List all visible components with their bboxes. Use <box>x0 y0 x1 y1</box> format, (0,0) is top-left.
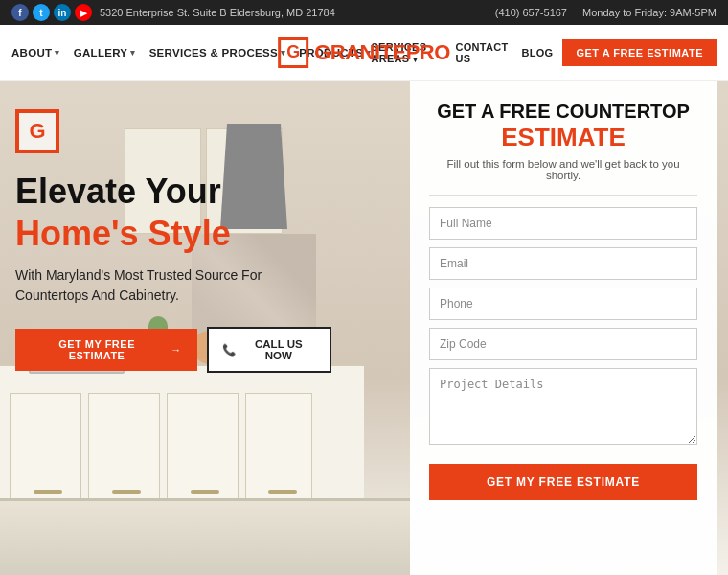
nav-about[interactable]: ABOUT ▾ <box>11 47 60 58</box>
hero-estimate-button[interactable]: GET MY FREE ESTIMATE → <box>15 329 197 371</box>
nav-gallery[interactable]: GALLERY ▾ <box>74 47 136 58</box>
twitter-icon[interactable]: t <box>33 4 50 21</box>
cabinet-handle-1 <box>34 490 62 494</box>
facebook-icon[interactable]: f <box>11 4 29 21</box>
full-name-input[interactable] <box>429 207 697 240</box>
hero-title-line1: Elevate Your <box>15 172 331 211</box>
phone-input[interactable] <box>429 288 697 320</box>
chevron-down-icon: ▾ <box>55 48 59 58</box>
form-title: GET A FREE COUNTERTOP <box>429 100 697 123</box>
form-group-details <box>429 368 697 448</box>
hero-call-button[interactable]: 📞 CALL US NOW <box>207 327 331 373</box>
topbar: f t in ▶ 5320 Enterprise St. Suite B Eld… <box>0 0 728 25</box>
logo-text: GRANITEPRO <box>314 40 450 65</box>
cabinet-handle-2 <box>112 490 141 494</box>
social-icons: f t in ▶ <box>11 4 92 21</box>
form-group-phone <box>429 288 697 320</box>
get-estimate-button[interactable]: GET A FREE ESTIMATE <box>562 39 717 66</box>
form-submit-button[interactable]: GET MY FREE ESTIMATE <box>429 464 697 500</box>
hero-buttons: GET MY FREE ESTIMATE → 📞 CALL US NOW <box>15 327 331 373</box>
nav-contact[interactable]: CONTACT US <box>455 41 508 64</box>
topbar-hours: Monday to Friday: 9AM-5PM <box>582 7 717 18</box>
phone-icon: 📞 <box>222 343 236 356</box>
cabinet-handle-3 <box>191 490 219 494</box>
topbar-left: f t in ▶ 5320 Enterprise St. Suite B Eld… <box>11 4 335 21</box>
navbar: ABOUT ▾ GALLERY ▾ SERVICES & PROCESS ▾ P… <box>0 25 728 80</box>
form-group-email <box>429 247 697 280</box>
hero-subtitle: With Maryland's Most Trusted Source For … <box>15 265 284 306</box>
logo[interactable]: G GRANITEPRO <box>278 37 450 68</box>
hero-logo-mark: G <box>15 109 59 153</box>
form-subtitle: Fill out this form below and we'll get b… <box>429 158 697 181</box>
estimate-form-panel: GET A FREE COUNTERTOP ESTIMATE Fill out … <box>410 80 717 575</box>
linkedin-icon[interactable]: in <box>54 4 71 21</box>
topbar-right: (410) 657-5167 Monday to Friday: 9AM-5PM <box>495 7 717 18</box>
form-divider <box>429 195 697 196</box>
email-input[interactable] <box>429 247 697 280</box>
form-group-zip <box>429 328 697 360</box>
project-details-textarea[interactable] <box>429 368 697 445</box>
arrow-icon: → <box>171 344 182 356</box>
cabinet-handle-4 <box>268 490 297 494</box>
hero-section: G Elevate Your Home's Style With Marylan… <box>0 80 728 575</box>
youtube-icon[interactable]: ▶ <box>75 4 92 21</box>
topbar-address: 5320 Enterprise St. Suite B Eldersburg, … <box>100 7 335 18</box>
chevron-down-icon: ▾ <box>130 48 135 58</box>
hero-content: G Elevate Your Home's Style With Marylan… <box>15 109 331 373</box>
zip-input[interactable] <box>429 328 697 360</box>
nav-services[interactable]: SERVICES & PROCESS ▾ <box>149 47 286 58</box>
topbar-phone: (410) 657-5167 <box>495 7 567 18</box>
form-title-emphasis: ESTIMATE <box>429 123 697 152</box>
countertop <box>0 498 412 575</box>
hero-title-line2: Home's Style <box>15 215 331 253</box>
form-group-name <box>429 207 697 240</box>
logo-icon: G <box>278 37 308 68</box>
nav-blog[interactable]: BLOG <box>521 47 553 58</box>
